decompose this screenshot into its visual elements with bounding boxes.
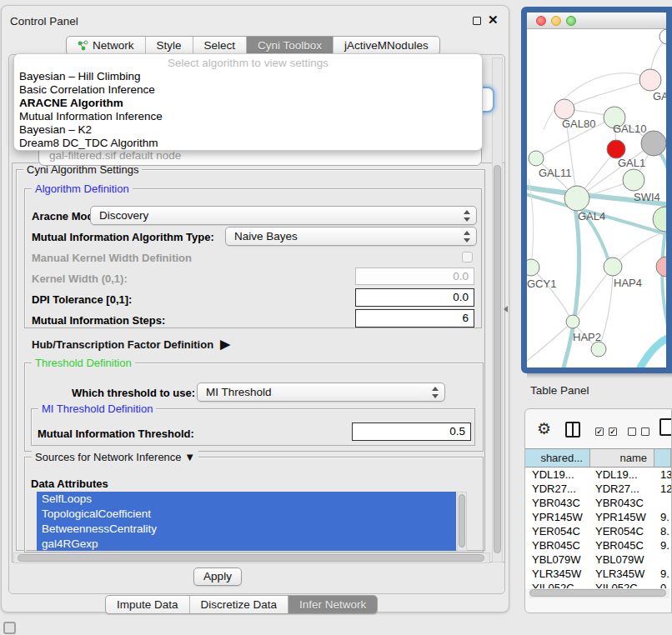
network-node[interactable] (566, 315, 579, 328)
minimized-panel-icon[interactable] (3, 622, 16, 634)
gear-icon[interactable]: ⚙ (537, 419, 551, 438)
table-cell[interactable]: YER054C (532, 524, 580, 538)
table-row[interactable]: YIL052CYIL052C0. (525, 581, 671, 588)
network-node[interactable] (656, 257, 672, 277)
table-cell[interactable]: 13 (660, 468, 671, 482)
table-cell[interactable]: YBL079W (595, 552, 644, 567)
network-node[interactable] (623, 169, 644, 191)
table-cell[interactable]: YBL079W (532, 552, 581, 567)
kernel-width-field[interactable]: 0.0 (355, 268, 474, 285)
settings-vertical-scrollbar[interactable] (492, 58, 503, 562)
table-cell[interactable]: 0. (660, 581, 669, 588)
close-icon[interactable]: ✕ (488, 12, 499, 28)
table-row[interactable]: YBR043CYBR043C (525, 496, 671, 510)
table-cell[interactable]: YLR345W (532, 567, 581, 581)
network-node[interactable] (554, 99, 574, 119)
table-cell[interactable]: 12 (660, 482, 671, 496)
attribute-item[interactable]: gal4RGexp (37, 537, 456, 551)
network-canvas[interactable]: GALGAL80GAL10GAL11GAL1SWI4GAL4GCY1HAP4YH… (527, 29, 666, 368)
mac-zoom-icon[interactable] (566, 16, 576, 26)
table-row[interactable]: YER054CYER054C8. (525, 524, 671, 538)
network-node[interactable] (564, 186, 589, 211)
table-cell[interactable]: YPR145W (532, 510, 583, 524)
table-header-cell[interactable]: name (590, 449, 654, 467)
settings-horizontal-scrollbar[interactable] (13, 552, 490, 563)
table-cell[interactable]: YLR345W (595, 567, 644, 581)
table-cell[interactable]: YER054C (595, 524, 644, 538)
table-cell[interactable]: YPR145W (595, 510, 646, 524)
network-node[interactable] (527, 259, 539, 276)
table-cell[interactable]: YBR043C (595, 496, 644, 510)
aracne-mode-combobox[interactable]: Discovery (90, 206, 477, 225)
table-row[interactable]: YLR345WYLR345W9. (525, 567, 671, 581)
network-node[interactable] (659, 29, 672, 44)
table-cell[interactable]: YBR045C (532, 538, 580, 552)
algorithm-item[interactable]: Bayesian – Hill Climbing (14, 70, 482, 83)
attribute-list-scrollbar[interactable] (457, 492, 467, 551)
scrollbar-thumb[interactable] (18, 554, 484, 562)
tab-jactivemnodules[interactable]: jActiveMNodules (333, 37, 439, 54)
tab-cyni-toolbox[interactable]: Cyni Toolbox (247, 37, 333, 54)
export-table-icon[interactable] (659, 418, 672, 436)
scrollbar-thumb[interactable] (494, 165, 501, 553)
network-node[interactable] (641, 131, 666, 156)
mac-minimize-icon[interactable] (551, 16, 561, 26)
algorithm-item[interactable]: Mutual Information Inference (14, 110, 482, 123)
which-threshold-combobox[interactable]: MI Threshold (197, 382, 445, 402)
mi-type-combobox[interactable]: Naive Bayes (225, 227, 477, 246)
manual-kernel-checkbox[interactable] (462, 252, 473, 262)
tab-network[interactable]: Network (67, 37, 146, 54)
table-cell[interactable]: YDR27... (595, 482, 639, 496)
mi-threshold-field[interactable]: 0.5 (352, 422, 471, 441)
sources-expander[interactable]: Sources for Network Inference ▼ (32, 451, 198, 463)
table-cell[interactable]: YDL19... (532, 468, 574, 482)
bottom-tab-discretize-data[interactable]: Discretize Data (190, 596, 289, 613)
scrollbar-thumb[interactable] (529, 589, 666, 597)
network-node[interactable] (653, 207, 672, 232)
table-cell[interactable]: YBR043C (532, 496, 580, 510)
select-all-check-icon[interactable]: ✓ (609, 428, 617, 436)
column-layout-icon[interactable] (565, 422, 580, 438)
algorithm-item[interactable]: Basic Correlation Inference (14, 83, 482, 97)
attribute-item[interactable]: BetweennessCentrality (37, 522, 456, 537)
bottom-tab-infer-network[interactable]: Infer Network (288, 596, 377, 613)
panel-divider-arrow[interactable] (504, 306, 508, 312)
table-horizontal-scrollbar[interactable] (529, 588, 669, 598)
algorithm-item[interactable]: ARACNE Algorithm (14, 97, 482, 110)
table-row[interactable]: YDR27...YDR27...12 (525, 482, 671, 496)
tab-select[interactable]: Select (193, 37, 248, 54)
bottom-tab-impute-data[interactable]: Impute Data (106, 596, 190, 613)
table-cell[interactable]: 9. (660, 510, 669, 524)
tab-style[interactable]: Style (146, 37, 193, 54)
table-cell[interactable]: YIL052C (532, 581, 574, 588)
table-row[interactable]: YBL079WYBL079W (525, 552, 671, 567)
attribute-item[interactable]: TopologicalCoefficient (37, 507, 456, 522)
apply-button[interactable]: Apply (193, 568, 242, 586)
table-cell[interactable]: YDR27... (532, 482, 576, 496)
table-row[interactable]: YPR145WYPR145W9. (525, 510, 671, 524)
scrollbar-thumb[interactable] (459, 494, 465, 548)
algorithm-item[interactable]: Dream8 DC_TDC Algorithm (14, 137, 482, 150)
select-all-check-icon[interactable]: ✓ (595, 428, 604, 436)
algorithm-item[interactable]: Bayesian – K2 (14, 123, 482, 137)
table-header-cell[interactable] (654, 449, 671, 467)
table-cell[interactable]: YBR045C (595, 538, 644, 552)
deselect-all-box-icon[interactable] (641, 428, 649, 436)
table-row[interactable]: YBR045CYBR045C9. (525, 538, 671, 552)
deselect-all-box-icon[interactable] (628, 428, 636, 436)
dpi-tolerance-field[interactable]: 0.0 (355, 288, 474, 307)
float-window-icon[interactable] (473, 17, 481, 25)
network-node[interactable] (604, 258, 622, 276)
mi-steps-field[interactable]: 6 (355, 309, 474, 328)
table-cell[interactable]: YDL19... (595, 468, 638, 482)
table-cell[interactable]: YIL052C (595, 581, 638, 588)
attribute-item[interactable]: SelfLoops (37, 492, 456, 507)
network-node[interactable] (529, 151, 544, 166)
network-window-titlebar[interactable] (527, 12, 666, 29)
network-node[interactable] (639, 69, 661, 91)
table-row[interactable]: YDL19...YDL19...13 (525, 468, 671, 482)
table-cell[interactable]: 9. (660, 567, 669, 581)
hub-definition-expander[interactable]: Hub/Transcription Factor Definition ▶ (32, 337, 230, 352)
network-node[interactable] (591, 342, 606, 357)
mac-close-icon[interactable] (536, 16, 546, 26)
